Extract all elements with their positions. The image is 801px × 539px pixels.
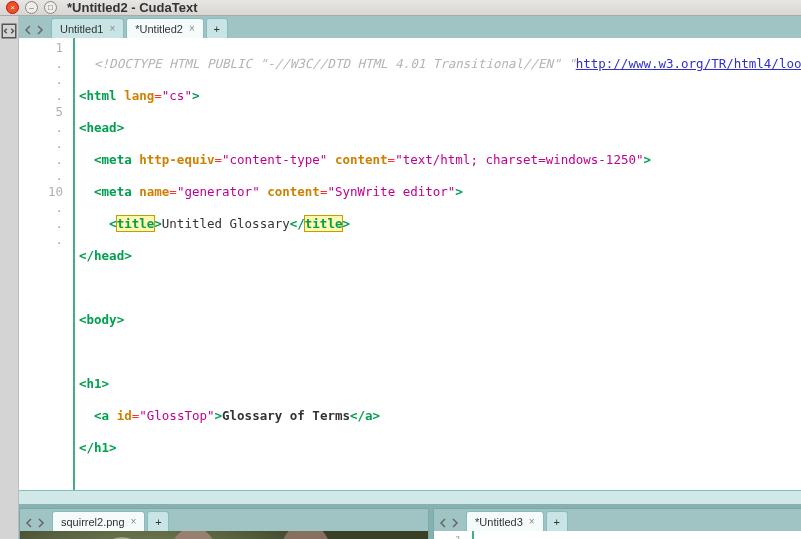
tab-close-icon[interactable]: ×	[189, 23, 195, 34]
top-editor-pane: Untitled1× *Untitled2× + 1...5....10... …	[19, 16, 801, 504]
tab-prev-icon[interactable]	[438, 517, 448, 531]
br-tabbar: *Untitled3× +	[434, 509, 801, 531]
tab-next-icon[interactable]	[35, 24, 45, 38]
tab-new[interactable]: +	[546, 511, 568, 531]
window-controls: × – □	[6, 1, 57, 14]
sidebar	[0, 16, 19, 539]
br-editor[interactable]: 15 def HelloWorld(): print "Hello World!…	[434, 531, 801, 539]
code-area[interactable]: <!DOCTYPE HTML PUBLIC "-//W3C//DTD HTML …	[75, 38, 801, 490]
gutter: 15	[434, 531, 474, 539]
svg-rect-7	[20, 531, 428, 539]
tab-untitled3[interactable]: *Untitled3×	[466, 511, 544, 531]
tab-close-icon[interactable]: ×	[529, 516, 535, 527]
bl-tabbar: squirrel2.png× +	[20, 509, 428, 531]
tab-next-icon[interactable]	[36, 517, 46, 531]
image-viewer[interactable]	[20, 531, 428, 539]
tab-untitled2[interactable]: *Untitled2×	[126, 18, 204, 38]
tab-close-icon[interactable]: ×	[109, 23, 115, 34]
tab-label: *Untitled2	[135, 23, 183, 35]
code-area[interactable]: def HelloWorld(): print "Hello World!" i…	[474, 531, 801, 539]
tab-close-icon[interactable]: ×	[131, 516, 137, 527]
tab-label: squirrel2.png	[61, 516, 125, 528]
window-title: *Untitled2 - CudaText	[67, 0, 198, 15]
titlebar: × – □ *Untitled2 - CudaText	[0, 0, 801, 16]
tab-new[interactable]: +	[206, 18, 228, 38]
tab-label: *Untitled3	[475, 516, 523, 528]
tab-next-icon[interactable]	[450, 517, 460, 531]
tab-squirrel[interactable]: squirrel2.png×	[52, 511, 145, 531]
tab-prev-icon[interactable]	[23, 24, 33, 38]
tab-untitled1[interactable]: Untitled1×	[51, 18, 124, 38]
bottom-left-pane: squirrel2.png× +	[19, 508, 429, 539]
code-panel-icon[interactable]	[0, 22, 18, 43]
close-icon[interactable]: ×	[6, 1, 19, 14]
tab-label: Untitled1	[60, 23, 103, 35]
top-tabbar: Untitled1× *Untitled2× +	[19, 16, 801, 38]
top-editor[interactable]: 1...5....10... <!DOCTYPE HTML PUBLIC "-/…	[19, 38, 801, 490]
minimize-icon[interactable]: –	[25, 1, 38, 14]
maximize-icon[interactable]: □	[44, 1, 57, 14]
gutter: 1...5....10...	[19, 38, 75, 490]
bottom-right-pane: *Untitled3× + 15 def HelloWorld(): print…	[433, 508, 801, 539]
tab-prev-icon[interactable]	[24, 517, 34, 531]
h-scrollbar[interactable]	[19, 490, 801, 504]
tab-new[interactable]: +	[147, 511, 169, 531]
squirrel-image	[20, 531, 428, 539]
